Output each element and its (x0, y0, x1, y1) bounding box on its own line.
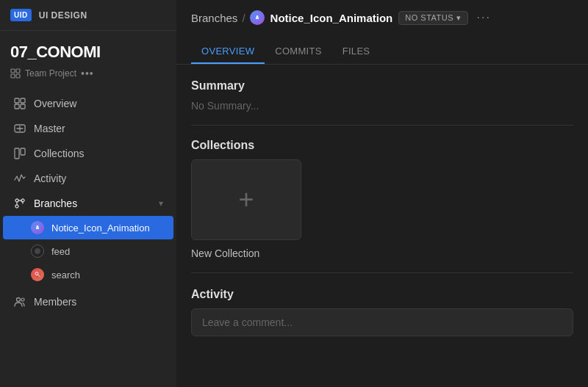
branches-chevron: ▾ (159, 198, 163, 209)
status-chevron-icon: ▾ (456, 13, 462, 23)
svg-rect-3 (16, 74, 20, 78)
sidebar-app-title: UI DESIGN (39, 10, 87, 21)
more-options-button[interactable]: ··· (474, 11, 494, 24)
svg-point-20 (21, 298, 24, 301)
tab-overview[interactable]: OVERVIEW (191, 40, 265, 64)
activity-label: Activity (34, 173, 163, 184)
plus-icon: + (238, 187, 254, 213)
branch-avatar-feed (31, 245, 44, 258)
uid-badge: UID (10, 9, 32, 21)
sidebar-item-activity[interactable]: Activity (3, 166, 173, 191)
branch-page-icon (250, 10, 265, 25)
branch-item-search[interactable]: search (3, 263, 173, 286)
branches-icon (13, 197, 26, 210)
branches-label: Branches (34, 198, 151, 209)
sidebar-item-overview[interactable]: Overview (3, 91, 173, 116)
branch-search-label: search (51, 270, 80, 281)
sidebar-item-collections[interactable]: Collections (3, 141, 173, 166)
overview-label: Overview (34, 98, 163, 109)
team-project-icon (10, 68, 21, 79)
branch-item-notice-icon-animation[interactable]: Notice_Icon_Animation (3, 216, 173, 239)
activity-icon (13, 172, 26, 185)
summary-section: Summary No Summary... (191, 79, 573, 112)
svg-rect-5 (21, 98, 25, 103)
status-badge[interactable]: NO STATUS ▾ (398, 11, 467, 25)
summary-title: Summary (191, 79, 573, 93)
project-meta-label: Team Project (25, 68, 76, 79)
no-summary-text: No Summary... (191, 100, 573, 112)
sidebar-item-master[interactable]: Master (3, 116, 173, 141)
tab-commits[interactable]: COMMITS (265, 40, 331, 64)
svg-rect-0 (11, 69, 15, 73)
svg-rect-10 (21, 148, 25, 155)
new-collection-label: New Collection (191, 247, 573, 259)
overview-icon (13, 97, 26, 110)
master-icon (13, 122, 26, 135)
sidebar-header: UID UI DESIGN (0, 0, 176, 31)
main-header: Branches / Notice_Icon_Animation NO STAT… (176, 0, 588, 65)
activity-title: Activity (191, 288, 573, 301)
collections-title: Collections (191, 139, 573, 152)
project-meta: Team Project ••• (0, 65, 176, 88)
branch-sub-items: Notice_Icon_Animation feed (0, 216, 176, 289)
branch-page-title: Notice_Icon_Animation (270, 12, 393, 24)
svg-rect-6 (15, 104, 19, 109)
branch-feed-label: feed (51, 246, 70, 257)
svg-rect-9 (15, 148, 19, 159)
breadcrumb-row: Branches / Notice_Icon_Animation NO STAT… (191, 10, 573, 25)
content-area: Summary No Summary... Collections + New … (176, 65, 588, 387)
comment-input[interactable] (191, 308, 573, 336)
svg-point-15 (37, 225, 38, 227)
collections-label: Collections (34, 148, 163, 159)
sidebar-nav: Overview Master (0, 88, 176, 387)
branch-item-feed[interactable]: feed (3, 239, 173, 263)
master-label: Master (34, 123, 163, 134)
breadcrumb-branches[interactable]: Branches (191, 12, 237, 24)
status-badge-label: NO STATUS (405, 13, 453, 22)
activity-section: Activity (191, 288, 573, 336)
svg-point-16 (35, 248, 40, 254)
new-collection-card[interactable]: + (191, 159, 301, 240)
branch-notice-label: Notice_Icon_Animation (51, 223, 150, 234)
branch-avatar-search (31, 268, 44, 281)
svg-rect-2 (11, 74, 15, 78)
members-icon (13, 295, 26, 308)
members-label: Members (34, 296, 163, 308)
collections-section: Collections + New Collection (191, 139, 573, 259)
project-title: 07_CONOMI (0, 31, 176, 65)
summary-divider (191, 125, 573, 126)
svg-rect-4 (15, 98, 19, 103)
sidebar-item-members[interactable]: Members (3, 289, 173, 314)
collections-icon (13, 147, 26, 160)
collections-divider (191, 272, 573, 273)
branch-title-row: Notice_Icon_Animation NO STATUS ▾ ··· (250, 10, 494, 25)
svg-point-22 (256, 15, 257, 17)
sidebar-item-branches[interactable]: Branches ▾ (3, 191, 173, 216)
app-container: UID UI DESIGN 07_CONOMI Team Project ••• (0, 0, 588, 387)
svg-point-19 (17, 298, 21, 302)
sidebar: UID UI DESIGN 07_CONOMI Team Project ••• (0, 0, 176, 387)
main-content: Branches / Notice_Icon_Animation NO STAT… (176, 0, 588, 387)
branch-avatar-notice (31, 221, 44, 234)
svg-rect-7 (21, 104, 25, 109)
tabs-row: OVERVIEW COMMITS FILES (191, 40, 573, 64)
project-meta-dots[interactable]: ••• (81, 68, 94, 79)
breadcrumb-separator: / (242, 12, 245, 24)
svg-rect-1 (16, 69, 20, 73)
tab-files[interactable]: FILES (332, 40, 381, 64)
